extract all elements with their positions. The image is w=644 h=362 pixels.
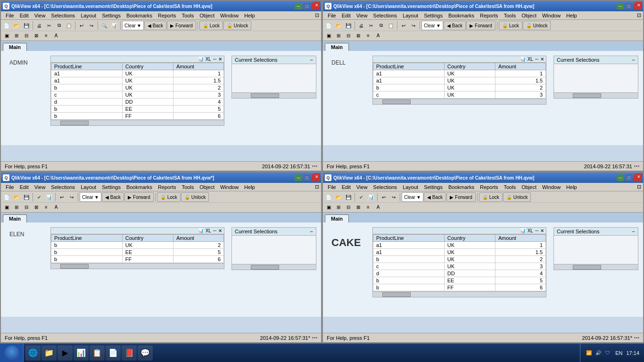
tb-chart-bl[interactable]: 📊 (44, 192, 54, 202)
xl-label-bl[interactable]: XL (206, 228, 211, 233)
cs-minus-tr[interactable]: − (632, 57, 635, 63)
maximize-tr[interactable]: □ (625, 3, 633, 9)
tb-2-3-tr[interactable]: ⊟ (344, 31, 353, 41)
tb-save-bl[interactable]: 💾 (22, 192, 31, 202)
cs-minus-br[interactable]: − (632, 229, 635, 234)
tb-clear-br[interactable]: Clear▼ (402, 192, 423, 202)
tb-2-3-br[interactable]: ⊟ (344, 203, 353, 212)
menu-settings-br[interactable]: Settings (421, 183, 446, 191)
menu-help-br[interactable]: Help (563, 183, 580, 191)
scrollbar-h-tl[interactable] (51, 120, 224, 125)
menu-file-tl[interactable]: File (3, 11, 17, 20)
taskbar-icon-media[interactable]: ▶ (58, 346, 73, 361)
xl-label-br[interactable]: XL (528, 228, 533, 233)
taskbar-icon-app3[interactable]: 📄 (106, 346, 121, 361)
tb-undo-tl[interactable]: ↩ (77, 21, 86, 30)
tb-redo-tr[interactable]: ↪ (409, 21, 418, 30)
menu-edit-bl[interactable]: Edit (17, 183, 32, 191)
xl-label-tl[interactable]: XL (206, 57, 211, 62)
menu-bookmarks-br[interactable]: Bookmarks (446, 183, 477, 191)
tb-2-2-tr[interactable]: ⊞ (334, 31, 343, 41)
inner-close-br[interactable]: ✕ (636, 173, 642, 180)
table-close-tr[interactable]: ✕ (540, 57, 544, 62)
taskbar-icon-app1[interactable]: 📊 (74, 346, 89, 361)
tb-back-br[interactable]: ◀ Back (424, 192, 446, 202)
tb-unlock-bl[interactable]: 🔓 Unlock (181, 192, 209, 202)
tb-check-br[interactable]: ✔ (356, 192, 366, 202)
tb-2-6-br[interactable]: A (373, 203, 383, 212)
menu-reports-bl[interactable]: Reports (155, 183, 179, 191)
cs-scrollbar-tl[interactable] (232, 92, 316, 98)
tb-2-2-br[interactable]: ⊞ (334, 203, 343, 212)
tb-2-3-bl[interactable]: ⊟ (22, 203, 31, 212)
network-icon[interactable]: 📶 (585, 349, 593, 357)
tb-unlock-tr[interactable]: 🔓 Unlock (523, 21, 551, 30)
minimize-bl[interactable]: ─ (295, 174, 302, 181)
sound-icon[interactable]: 🔊 (594, 349, 602, 357)
tb-open-tr[interactable]: 📂 (334, 21, 343, 30)
tb-lock-br[interactable]: 🔒 Lock (479, 192, 503, 202)
menu-layout-tl[interactable]: Layout (78, 11, 99, 20)
menu-window-tr[interactable]: Window (539, 11, 563, 20)
windows-orb[interactable] (4, 346, 19, 361)
menu-file-tr[interactable]: File (325, 11, 339, 20)
tb-paste-tl[interactable]: 📋 (64, 21, 74, 30)
shield-icon[interactable]: 🛡 (604, 349, 611, 357)
menu-edit-tl[interactable]: Edit (17, 11, 32, 20)
tb-forward-tr[interactable]: ▶ Forward (466, 21, 495, 30)
menu-reports-tl[interactable]: Reports (155, 11, 179, 20)
xl-icon-tr[interactable]: 📊 (520, 57, 526, 62)
tb-lock-tr[interactable]: 🔒 Lock (499, 21, 522, 30)
menu-bookmarks-tr[interactable]: Bookmarks (446, 11, 477, 20)
tb-redo-tl[interactable]: ↪ (87, 21, 96, 30)
minimize-br[interactable]: ─ (617, 174, 624, 181)
menu-view-bl[interactable]: View (32, 183, 49, 191)
tab-main-br[interactable]: Main (325, 214, 349, 222)
tb-2-5-tr[interactable]: ≡ (363, 31, 373, 41)
tab-main-tl[interactable]: Main (3, 43, 27, 51)
inner-close-tl[interactable]: ✕ (314, 2, 320, 8)
tb-2-5-br[interactable]: ≡ (363, 203, 373, 212)
start-button[interactable] (0, 344, 24, 362)
menu-layout-br[interactable]: Layout (400, 183, 421, 191)
tb-2-5-bl[interactable]: ≡ (41, 203, 51, 212)
menu-window-tl[interactable]: Window (217, 11, 241, 20)
menu-edit-tr[interactable]: Edit (339, 11, 354, 20)
scrollbar-h-bl[interactable] (51, 263, 224, 269)
menu-view-tl[interactable]: View (32, 11, 49, 20)
tb-new-br[interactable]: 📄 (324, 192, 333, 202)
tb-undo-br[interactable]: ↩ (379, 192, 388, 202)
tb-back-tl[interactable]: ◀ Back (144, 21, 166, 30)
menu-tools-tl[interactable]: Tools (179, 11, 197, 20)
tb-cut-tl[interactable]: ✂ (44, 21, 54, 30)
maximize-br[interactable]: □ (625, 174, 633, 181)
tb-2-5-tl[interactable]: ≡ (41, 31, 51, 41)
tb-unlock-tl[interactable]: 🔓 Unlock (223, 21, 252, 30)
cs-minus-bl[interactable]: − (310, 229, 313, 234)
menu-selections-bl[interactable]: Selections (48, 183, 78, 191)
tb-redo-br[interactable]: ↪ (389, 192, 398, 202)
taskbar-icon-explorer[interactable]: 📁 (41, 346, 57, 361)
tb-redo-bl[interactable]: ↪ (67, 192, 76, 202)
tb-2-2-bl[interactable]: ⊞ (12, 203, 21, 212)
menu-reports-tr[interactable]: Reports (477, 11, 501, 20)
tb-copy-tr[interactable]: ⧉ (376, 21, 386, 30)
tb-forward-bl[interactable]: ▶ Forward (124, 192, 154, 202)
menu-settings-bl[interactable]: Settings (99, 183, 124, 191)
cs-scrollbar-br[interactable] (554, 264, 638, 270)
menu-file-br[interactable]: File (325, 183, 339, 191)
tb-clear-tl[interactable]: Clear▼ (122, 21, 144, 30)
minimize-tl[interactable]: ─ (295, 3, 302, 9)
menu-bookmarks-bl[interactable]: Bookmarks (124, 183, 155, 191)
menu-help-tr[interactable]: Help (563, 11, 580, 20)
tb-save-br[interactable]: 💾 (344, 192, 353, 202)
table-min-bl[interactable]: ─ (213, 228, 216, 233)
tb-back-tr[interactable]: ◀ Back (444, 21, 466, 30)
scrollbar-h-tr[interactable] (373, 99, 546, 104)
taskbar-icon-app5[interactable]: 💬 (138, 346, 153, 361)
tb-new-tl[interactable]: 📄 (2, 21, 11, 30)
tb-back-bl[interactable]: ◀ Back (102, 192, 124, 202)
tb-undo-bl[interactable]: ↩ (57, 192, 66, 202)
menu-view-br[interactable]: View (354, 183, 371, 191)
tb-copy-tl[interactable]: ⧉ (54, 21, 64, 30)
